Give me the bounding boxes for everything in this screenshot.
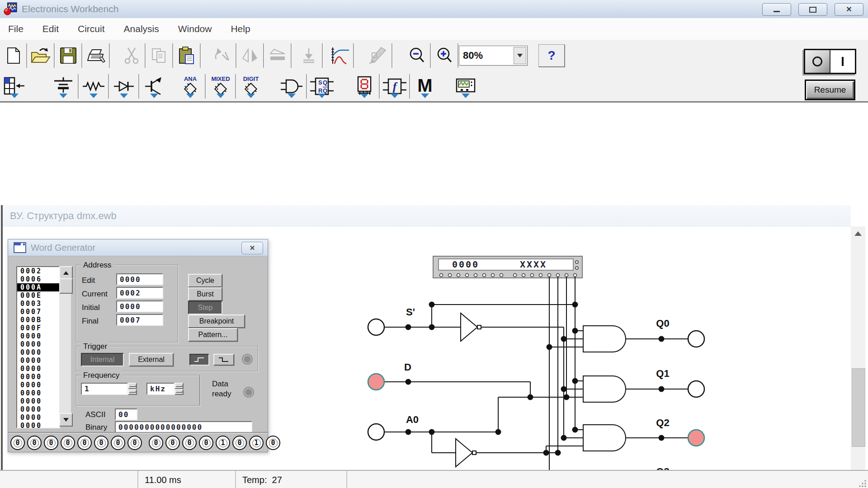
current-address-field[interactable]: 0002 bbox=[116, 287, 163, 299]
pattern-row[interactable]: 0000 bbox=[17, 397, 59, 405]
digital-parts-button[interactable]: SQRQ bbox=[307, 73, 336, 99]
power-on-side[interactable] bbox=[830, 50, 855, 73]
menu-item[interactable]: Help bbox=[222, 23, 261, 34]
pattern-row[interactable]: 0000 bbox=[17, 365, 59, 373]
output-terminal-q2[interactable] bbox=[688, 430, 704, 446]
zoom-level-select[interactable]: 80% bbox=[459, 46, 528, 66]
internal-trigger-button[interactable]: Internal bbox=[81, 353, 124, 366]
pattern-row[interactable]: 0000 bbox=[17, 381, 59, 389]
circuit-diagram[interactable]: 0000 XXXX bbox=[357, 252, 723, 488]
menu-item[interactable]: Edit bbox=[34, 23, 70, 34]
resize-grip[interactable] bbox=[858, 479, 867, 488]
pattern-button[interactable]: Pattern... bbox=[188, 328, 238, 342]
pattern-row[interactable]: 0000 bbox=[17, 413, 59, 422]
breakpoint-button[interactable]: Breakpoint bbox=[188, 314, 245, 328]
zoom-out-button[interactable] bbox=[404, 43, 430, 68]
favorites-parts-button[interactable] bbox=[0, 73, 29, 99]
pattern-row[interactable]: 0000 bbox=[17, 348, 59, 357]
list-scroll-thumb[interactable] bbox=[59, 278, 73, 294]
dialog-close-button[interactable]: ✕ bbox=[241, 242, 263, 254]
zoom-in-button[interactable] bbox=[431, 43, 458, 68]
word-generator-component[interactable]: 0000 XXXX bbox=[433, 256, 582, 278]
pattern-row[interactable]: 0007 bbox=[17, 308, 59, 316]
component-properties-button[interactable] bbox=[365, 43, 392, 68]
pattern-row[interactable]: 0006 bbox=[17, 275, 59, 283]
help-button[interactable]: ? bbox=[538, 44, 565, 67]
maximize-button[interactable] bbox=[798, 3, 827, 16]
pattern-list-scrollbar[interactable] bbox=[59, 266, 71, 427]
pattern-row[interactable]: 000A bbox=[17, 283, 59, 291]
pattern-row[interactable]: 0002 bbox=[17, 267, 59, 275]
unit-stepper[interactable] bbox=[175, 383, 184, 395]
controls-parts-button[interactable]: f bbox=[380, 73, 409, 99]
basic-parts-button[interactable] bbox=[79, 73, 108, 99]
address-pattern-list[interactable]: 00020006000A000E00030007000B000F00000000… bbox=[16, 266, 60, 428]
input-terminal-d[interactable] bbox=[368, 374, 384, 390]
vertical-scroll-thumb[interactable] bbox=[852, 368, 865, 447]
power-off-side[interactable] bbox=[805, 50, 830, 73]
flip-horizontal-button[interactable] bbox=[237, 43, 263, 68]
step-button[interactable]: Step bbox=[188, 301, 222, 314]
pattern-row[interactable]: 000F bbox=[17, 324, 59, 332]
pattern-row[interactable]: 0000 bbox=[17, 405, 59, 413]
frequency-value-field[interactable]: 1 bbox=[81, 383, 128, 395]
rotate-button[interactable] bbox=[209, 43, 236, 68]
pattern-row[interactable]: 0003 bbox=[17, 300, 59, 308]
print-button[interactable] bbox=[83, 43, 109, 68]
word-generator-title-bar[interactable]: Word Generator ✕ bbox=[8, 239, 268, 256]
miscellaneous-parts-button[interactable]: M bbox=[410, 73, 439, 99]
display-graphs-button[interactable] bbox=[327, 43, 353, 68]
vertical-scrollbar[interactable] bbox=[851, 226, 865, 488]
digital-ics-parts-button[interactable]: DIGIT bbox=[236, 73, 265, 99]
indicators-parts-button[interactable] bbox=[350, 73, 379, 99]
output-terminal-q1[interactable] bbox=[688, 381, 704, 397]
open-button[interactable] bbox=[28, 43, 54, 68]
analog-ics-parts-button[interactable]: ANA bbox=[176, 73, 205, 99]
rising-edge-button[interactable] bbox=[189, 354, 209, 366]
save-button[interactable] bbox=[55, 43, 81, 68]
initial-address-field[interactable]: 0000 bbox=[116, 300, 163, 312]
resume-button[interactable]: Resume bbox=[805, 80, 855, 100]
external-trigger-button[interactable]: External bbox=[129, 353, 174, 366]
transistors-parts-button[interactable] bbox=[140, 73, 169, 99]
menu-item[interactable]: Circuit bbox=[70, 23, 116, 34]
burst-button[interactable]: Burst bbox=[188, 287, 222, 301]
menu-item[interactable]: File bbox=[0, 23, 34, 34]
pattern-row[interactable]: 0000 bbox=[17, 389, 59, 397]
binary-field[interactable]: 0000000000000000 bbox=[115, 421, 252, 433]
ascii-field[interactable]: 00 bbox=[115, 408, 137, 420]
menu-item[interactable]: Analysis bbox=[116, 23, 170, 34]
copy-button[interactable] bbox=[146, 43, 172, 68]
pattern-row[interactable]: 0000 bbox=[17, 332, 59, 340]
falling-edge-button[interactable] bbox=[213, 354, 234, 366]
menu-item[interactable]: Window bbox=[170, 23, 223, 34]
pattern-row[interactable]: 000E bbox=[17, 291, 59, 300]
not-gates[interactable] bbox=[456, 313, 481, 488]
paste-button[interactable] bbox=[174, 43, 200, 68]
cycle-button[interactable]: Cycle bbox=[188, 274, 222, 287]
and-gates[interactable] bbox=[583, 326, 626, 488]
pattern-row[interactable]: 0000 bbox=[17, 422, 59, 430]
pattern-row[interactable]: 0000 bbox=[17, 373, 59, 381]
minimize-button[interactable] bbox=[762, 3, 791, 16]
create-subcircuit-button[interactable] bbox=[296, 43, 322, 68]
power-switch[interactable] bbox=[804, 49, 856, 74]
output-terminal-q0[interactable] bbox=[688, 331, 704, 347]
input-terminal-s[interactable] bbox=[368, 319, 384, 335]
sources-parts-button[interactable] bbox=[49, 73, 78, 99]
flip-vertical-button[interactable] bbox=[264, 43, 291, 68]
instruments-button[interactable] bbox=[451, 73, 480, 99]
pattern-row[interactable]: 000B bbox=[17, 316, 59, 324]
pattern-row[interactable]: 0000 bbox=[17, 340, 59, 348]
list-scroll-down-button[interactable] bbox=[59, 413, 73, 427]
frequency-stepper[interactable] bbox=[128, 383, 137, 395]
logic-gates-parts-button[interactable] bbox=[277, 73, 306, 99]
new-button[interactable] bbox=[0, 43, 26, 68]
scroll-up-button[interactable] bbox=[851, 226, 865, 241]
input-terminal-a0[interactable] bbox=[368, 424, 384, 440]
list-scroll-up-button[interactable] bbox=[59, 266, 73, 280]
cut-button[interactable] bbox=[118, 43, 145, 68]
edit-address-field[interactable]: 0000 bbox=[116, 273, 163, 285]
pattern-row[interactable]: 0000 bbox=[17, 357, 59, 365]
final-address-field[interactable]: 0007 bbox=[116, 314, 163, 326]
